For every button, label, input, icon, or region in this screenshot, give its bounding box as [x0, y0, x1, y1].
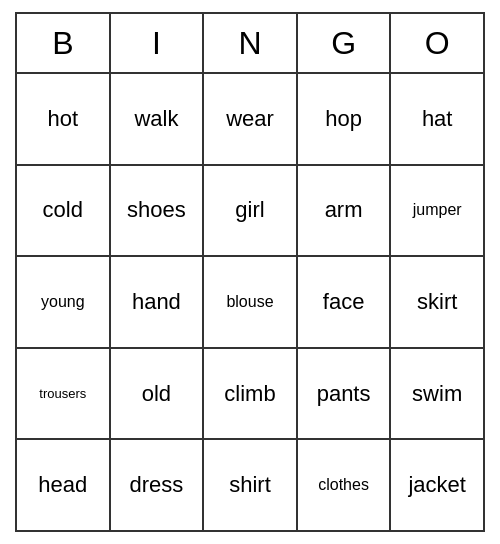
header-letter-n: N [204, 14, 298, 72]
bingo-row-0: hotwalkwearhophat [17, 74, 483, 166]
cell-3-2: climb [204, 349, 298, 439]
header-letter-g: G [298, 14, 392, 72]
bingo-body: hotwalkwearhophatcoldshoesgirlarmjumpery… [17, 74, 483, 530]
cell-0-3: hop [298, 74, 392, 164]
bingo-card: BINGO hotwalkwearhophatcoldshoesgirlarmj… [15, 12, 485, 532]
bingo-row-2: younghandblousefaceskirt [17, 257, 483, 349]
cell-0-4: hat [391, 74, 483, 164]
cell-1-0: cold [17, 166, 111, 256]
cell-0-2: wear [204, 74, 298, 164]
cell-0-1: walk [111, 74, 205, 164]
cell-4-2: shirt [204, 440, 298, 530]
cell-2-1: hand [111, 257, 205, 347]
cell-4-3: clothes [298, 440, 392, 530]
cell-2-0: young [17, 257, 111, 347]
cell-3-4: swim [391, 349, 483, 439]
cell-3-3: pants [298, 349, 392, 439]
cell-3-0: trousers [17, 349, 111, 439]
cell-3-1: old [111, 349, 205, 439]
cell-2-3: face [298, 257, 392, 347]
cell-1-1: shoes [111, 166, 205, 256]
bingo-row-1: coldshoesgirlarmjumper [17, 166, 483, 258]
header-letter-i: I [111, 14, 205, 72]
cell-2-2: blouse [204, 257, 298, 347]
bingo-row-3: trousersoldclimbpantsswim [17, 349, 483, 441]
cell-1-2: girl [204, 166, 298, 256]
cell-1-4: jumper [391, 166, 483, 256]
header-letter-b: B [17, 14, 111, 72]
cell-0-0: hot [17, 74, 111, 164]
header-letter-o: O [391, 14, 483, 72]
cell-4-1: dress [111, 440, 205, 530]
cell-4-4: jacket [391, 440, 483, 530]
bingo-header: BINGO [17, 14, 483, 74]
cell-1-3: arm [298, 166, 392, 256]
cell-2-4: skirt [391, 257, 483, 347]
bingo-row-4: headdressshirtclothesjacket [17, 440, 483, 530]
cell-4-0: head [17, 440, 111, 530]
